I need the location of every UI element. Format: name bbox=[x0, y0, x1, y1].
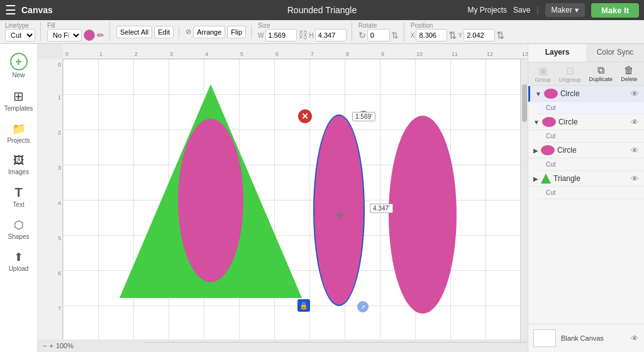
sidebar-templates-label: Templates bbox=[4, 105, 33, 112]
sidebar-item-text[interactable]: T Text bbox=[0, 182, 37, 212]
rotate-icon: ↻ bbox=[358, 30, 366, 40]
linetype-select[interactable]: Cut bbox=[5, 29, 35, 41]
layer-sub-circle2: Cut bbox=[538, 130, 644, 143]
group-action[interactable]: ▣ Group bbox=[535, 65, 551, 83]
arrange-button[interactable]: Arrange bbox=[193, 26, 225, 38]
my-projects-button[interactable]: My Projects bbox=[467, 6, 507, 14]
menu-icon[interactable]: ☰ bbox=[5, 3, 16, 18]
sidebar-text-label: Text bbox=[13, 201, 24, 208]
circle1-sub: Cut bbox=[546, 104, 556, 111]
layer-actions: ▣ Group ⊡ Ungroup ⧉ Duplicate 🗑 Delete bbox=[528, 62, 644, 86]
zoom-out-button[interactable]: − bbox=[43, 342, 47, 349]
circle3-sub: Cut bbox=[546, 161, 556, 168]
svg-point-1 bbox=[178, 119, 243, 282]
images-icon: 🖼 bbox=[13, 154, 25, 167]
edit-button[interactable]: Edit bbox=[154, 26, 174, 38]
right-panel: Layers Color Sync ▣ Group ⊡ Ungroup ⧉ Du… bbox=[528, 44, 644, 352]
layer-eye-circle2[interactable]: 👁 bbox=[631, 118, 639, 127]
canvas-area[interactable]: 0 1 2 3 4 5 6 7 8 9 10 11 12 13 14 0 1 2… bbox=[38, 44, 528, 352]
layer-eye-circle3[interactable]: 👁 bbox=[631, 146, 639, 155]
tab-layers[interactable]: Layers bbox=[528, 44, 586, 62]
circle2-icon bbox=[542, 117, 556, 127]
lock-handle[interactable]: 🔒 bbox=[297, 299, 310, 312]
ruler-left: 0 1 2 3 4 5 6 7 8 bbox=[38, 59, 63, 339]
circle3-name: Circle bbox=[557, 146, 628, 155]
fill-label: Fill bbox=[47, 22, 104, 29]
layer-eye-circle1[interactable]: 👁 bbox=[631, 89, 639, 99]
delete-action[interactable]: 🗑 Delete bbox=[621, 65, 637, 83]
flip-vertical-icon[interactable]: ⇅ bbox=[391, 30, 399, 40]
linetype-label: Linetype bbox=[5, 22, 35, 29]
height-measure-label: 4.347' bbox=[370, 204, 393, 213]
group-label: Group bbox=[535, 77, 551, 83]
duplicate-icon: ⧉ bbox=[597, 65, 604, 76]
duplicate-action[interactable]: ⧉ Duplicate bbox=[589, 65, 613, 83]
blank-canvas-eye[interactable]: 👁 bbox=[631, 334, 639, 343]
pencil-icon[interactable]: ✏ bbox=[97, 30, 104, 40]
sidebar-images-label: Images bbox=[8, 168, 29, 175]
zoom-in-button[interactable]: + bbox=[49, 342, 53, 349]
vertical-scrollbar[interactable] bbox=[520, 59, 528, 342]
circle1-icon bbox=[544, 89, 558, 99]
make-it-button[interactable]: Make It bbox=[591, 3, 639, 18]
layer-eye-triangle[interactable]: 👁 bbox=[631, 174, 639, 184]
sidebar-item-upload[interactable]: ⬆ Upload bbox=[0, 246, 37, 276]
rotate-input[interactable] bbox=[367, 29, 390, 41]
canvas-content: ✕ ↻ 1.569' 4.347' 🔒 ↗ ✚ bbox=[63, 59, 528, 339]
layer-item-circle1[interactable]: ▼ Circle 👁 bbox=[528, 86, 644, 102]
layer-expand-triangle[interactable]: ▶ bbox=[533, 175, 538, 182]
resize-handle[interactable]: ↗ bbox=[357, 301, 369, 312]
layer-sub-circle1: Cut bbox=[538, 102, 644, 114]
sidebar-item-templates[interactable]: ⊞ Templates bbox=[0, 85, 37, 116]
triangle-name: Triangle bbox=[553, 174, 628, 183]
select-all-button[interactable]: Select All bbox=[116, 26, 152, 38]
sidebar-shapes-label: Shapes bbox=[8, 233, 30, 240]
layers-list: ▼ Circle 👁 Cut ▼ Circle 👁 Cut ▶ bbox=[528, 86, 644, 199]
layer-item-triangle[interactable]: ▶ Triangle 👁 bbox=[528, 171, 644, 187]
blank-canvas-bar: Blank Canvas 👁 bbox=[528, 324, 644, 352]
group-icon: ▣ bbox=[538, 65, 548, 77]
templates-icon: ⊞ bbox=[13, 89, 24, 104]
tab-color-sync[interactable]: Color Sync bbox=[586, 44, 644, 62]
canvas-bottom-controls: − + 100% bbox=[38, 339, 145, 352]
maker-button[interactable]: Maker ▾ bbox=[545, 3, 585, 17]
projects-icon: 📁 bbox=[12, 122, 26, 136]
toolbar: Linetype Cut Fill No Fill ✏ Select All E… bbox=[0, 20, 644, 44]
rotate-label: Rotate bbox=[358, 22, 399, 29]
circle3-icon bbox=[541, 145, 555, 155]
right-ellipse[interactable] bbox=[389, 116, 457, 314]
layer-expand-circle1[interactable]: ▼ bbox=[535, 91, 541, 97]
triangle-sub: Cut bbox=[546, 189, 556, 196]
y-input[interactable] bbox=[464, 29, 495, 41]
sidebar-item-shapes[interactable]: ⬡ Shapes bbox=[0, 214, 37, 244]
zoom-label[interactable]: 100% bbox=[56, 342, 74, 349]
height-input[interactable] bbox=[315, 29, 347, 41]
stencil-icon[interactable]: ⊘ bbox=[186, 28, 191, 36]
layer-sub-circle3: Cut bbox=[538, 158, 644, 171]
width-input[interactable] bbox=[265, 29, 297, 41]
triangle-icon bbox=[541, 173, 551, 184]
layer-expand-circle2[interactable]: ▼ bbox=[533, 119, 540, 126]
layer-item-circle3[interactable]: ▶ Circle 👁 bbox=[528, 143, 644, 158]
fill-select[interactable]: No Fill bbox=[47, 29, 82, 41]
topbar: ☰ Canvas Rounded Triangle My Projects Sa… bbox=[0, 0, 644, 20]
save-button[interactable]: Save bbox=[513, 6, 530, 14]
triangle-shape[interactable] bbox=[119, 84, 302, 298]
layer-item-circle2[interactable]: ▼ Circle 👁 bbox=[528, 114, 644, 130]
ruler-top: 0 1 2 3 4 5 6 7 8 9 10 11 12 13 14 bbox=[63, 44, 528, 59]
sidebar-upload-label: Upload bbox=[9, 265, 29, 272]
sidebar-item-projects[interactable]: 📁 Projects bbox=[0, 118, 37, 148]
circle2-name: Circle bbox=[558, 118, 628, 126]
canvas-label: Canvas bbox=[21, 5, 53, 15]
layer-expand-circle3[interactable]: ▶ bbox=[533, 147, 538, 154]
ungroup-action[interactable]: ⊡ Ungroup bbox=[559, 65, 581, 83]
delete-handle[interactable]: ✕ bbox=[298, 109, 312, 123]
sidebar-item-images[interactable]: 🖼 Images bbox=[0, 150, 37, 179]
x-input[interactable] bbox=[416, 29, 447, 41]
flip-button[interactable]: Flip bbox=[227, 26, 246, 38]
duplicate-label: Duplicate bbox=[589, 76, 613, 82]
center-cross: ✚ bbox=[336, 209, 344, 221]
color-swatch[interactable] bbox=[84, 30, 95, 41]
sidebar-item-new[interactable]: + New bbox=[0, 49, 37, 82]
delete-label: Delete bbox=[621, 76, 637, 82]
